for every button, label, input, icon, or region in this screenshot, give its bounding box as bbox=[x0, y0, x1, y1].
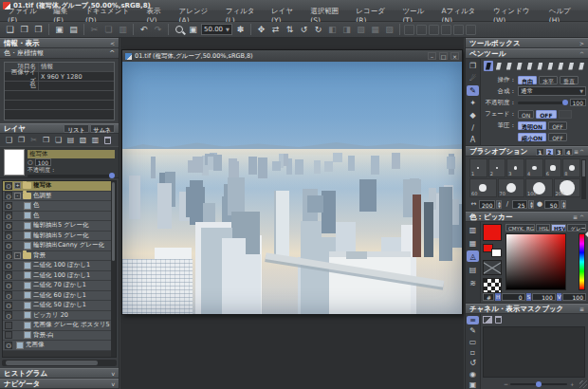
layer-row[interactable]: ○輪郭抽出5 グレー化 bbox=[3, 232, 116, 242]
v-field[interactable]: 100 bbox=[562, 293, 586, 301]
channel-undo-icon[interactable]: ↺ bbox=[467, 359, 479, 367]
visibility-on-icon[interactable]: ○ bbox=[5, 342, 12, 349]
duplicate-layer-icon[interactable]: ❐ bbox=[16, 135, 27, 145]
layer-list-mode-button[interactable]: リスト bbox=[64, 124, 88, 133]
collapse-up-icon[interactable]: ^ bbox=[579, 50, 584, 57]
toolbox-header[interactable]: ツールボックス > bbox=[466, 38, 588, 48]
current-color-swatch[interactable] bbox=[483, 224, 502, 241]
layer-row[interactable]: ○-色調整 bbox=[3, 192, 116, 202]
pen-opacity-slider[interactable] bbox=[518, 102, 568, 104]
layer-row[interactable]: ○二値化 60 ぼかし1 bbox=[3, 291, 116, 302]
layer-opacity-slider[interactable] bbox=[28, 175, 115, 177]
layer-row[interactable]: ○二値化 100 ぼかし1 bbox=[3, 261, 116, 271]
visibility-on-icon[interactable]: ○ bbox=[5, 291, 12, 299]
layers-panel-header[interactable]: レイヤ リスト サムネ bbox=[0, 123, 119, 134]
minimize-button[interactable]: – bbox=[428, 52, 436, 60]
brush-preset[interactable]: 100 bbox=[525, 178, 553, 197]
brush-tab-4[interactable]: 4 bbox=[564, 148, 573, 156]
new-layer-icon[interactable]: ❑ bbox=[4, 135, 14, 145]
color-picker-header[interactable]: 色：ピッカー ≡ ^ bbox=[466, 212, 588, 222]
brush-tab-2[interactable]: 2 bbox=[545, 148, 554, 156]
document-title-bar[interactable]: 01.tif (複写体,グループ,50.00%,sRGB,8) – □ × bbox=[122, 50, 462, 62]
menu-icon[interactable]: ≡ bbox=[579, 306, 584, 312]
visibility-on-icon[interactable]: ○ bbox=[5, 242, 12, 250]
hand-tool-icon[interactable]: ✽ bbox=[234, 24, 247, 36]
brush-size-stepper[interactable]: ▲▼ bbox=[496, 200, 502, 209]
collapse-down-icon[interactable]: v bbox=[111, 380, 115, 387]
info-panel-header[interactable]: 情報・表示 < bbox=[0, 38, 119, 48]
new-folder-icon[interactable]: ❒ bbox=[41, 135, 51, 145]
close-button[interactable]: × bbox=[450, 52, 459, 60]
mask-layer-icon[interactable]: ▧ bbox=[78, 135, 88, 145]
pen-variant-icon[interactable] bbox=[545, 61, 555, 71]
plus-icon[interactable]: ＋ bbox=[569, 381, 575, 386]
operation-button-水平[interactable]: 水平 bbox=[539, 76, 558, 84]
rotate-left-icon[interactable]: ↺ bbox=[298, 24, 310, 36]
folder-expand-icon[interactable]: + bbox=[14, 182, 21, 189]
folder-expand-icon[interactable]: - bbox=[14, 252, 21, 259]
saturation-value-square[interactable] bbox=[505, 233, 566, 290]
picker-tab-グレー[interactable]: グレー bbox=[567, 224, 586, 232]
print-icon[interactable]: ▣ bbox=[53, 24, 65, 36]
layer-row[interactable]: ○元画像 bbox=[3, 341, 116, 351]
select-tool-icon[interactable]: ❐ bbox=[467, 61, 479, 71]
picker-tab-HSL[interactable]: HSL bbox=[536, 224, 550, 232]
folder-up-icon[interactable]: ❏ bbox=[53, 135, 64, 145]
pressure-button-OFF[interactable]: OFF bbox=[548, 121, 567, 130]
active-layer-name[interactable]: 複写体 bbox=[28, 150, 115, 158]
visibility-on-icon[interactable]: ○ bbox=[5, 282, 12, 289]
blend-mode-dropdown[interactable]: 通常 ▼ bbox=[518, 86, 586, 96]
zoom-tool-icon[interactable] bbox=[173, 24, 185, 36]
visibility-on-icon[interactable]: ○ bbox=[5, 262, 12, 269]
pen-variant-icon[interactable] bbox=[525, 61, 535, 71]
delete-layer-icon[interactable] bbox=[102, 135, 113, 145]
minus-icon[interactable]: − bbox=[504, 381, 508, 386]
pen-variant-icon[interactable] bbox=[536, 61, 545, 71]
swatch-grid-icon[interactable]: ▦ bbox=[467, 237, 479, 249]
layer-row[interactable]: ○輪郭抽出5 グレー化 bbox=[3, 221, 116, 232]
channel-pen-icon[interactable]: ✎ bbox=[467, 326, 479, 335]
foreground-background-swatch[interactable] bbox=[483, 244, 502, 257]
channel-rect-icon[interactable]: ▭ bbox=[467, 338, 479, 346]
brush-roundness-stepper[interactable]: ▲▼ bbox=[560, 200, 566, 209]
navigator-header[interactable]: ナビゲータ v bbox=[0, 379, 119, 389]
collapse-down-icon[interactable]: v bbox=[111, 370, 115, 377]
line-tool-icon[interactable]: ∕ bbox=[467, 122, 479, 133]
expand-right-icon[interactable]: > bbox=[579, 40, 584, 46]
pressure-button-縮小ON[interactable]: 縮小ON bbox=[518, 133, 546, 141]
h-field[interactable]: 0 bbox=[502, 293, 525, 301]
fill-tool-icon[interactable]: ◆ bbox=[467, 110, 479, 120]
visibility-on-icon[interactable]: ○ bbox=[5, 302, 12, 309]
print-preview-icon[interactable]: ▤ bbox=[67, 24, 80, 36]
add-image-icon[interactable] bbox=[483, 316, 492, 324]
collapse-up-icon[interactable]: ^ bbox=[579, 213, 584, 220]
layer-row[interactable]: ○二値化 70 ぼかし1 bbox=[3, 281, 116, 291]
layer-row[interactable]: ○輪郭抽出Canny グレー化 bbox=[3, 241, 116, 251]
brush-preset[interactable]: 1 bbox=[469, 158, 487, 177]
document-window[interactable]: 01.tif (複写体,グループ,50.00%,sRGB,8) – □ × bbox=[121, 49, 463, 315]
brush-preset[interactable]: 6 bbox=[544, 158, 562, 177]
brush-grid-scrollbar[interactable] bbox=[581, 159, 586, 199]
layer-row[interactable]: 元画像 グレー化 ポスタリ5 bbox=[3, 321, 116, 331]
folder-expand-icon[interactable]: - bbox=[14, 193, 21, 199]
hue-bar[interactable] bbox=[579, 233, 585, 290]
channel-list-icon[interactable]: ≡ bbox=[467, 316, 479, 324]
channel-zoom-slider[interactable]: − ＋ bbox=[504, 381, 575, 386]
collapse-left-icon[interactable]: < bbox=[110, 40, 115, 46]
layer-row[interactable]: ○色 bbox=[3, 201, 116, 212]
channel-snapshot-icon[interactable]: ◉ bbox=[467, 369, 479, 378]
mixer-icon[interactable]: ≋ bbox=[467, 277, 479, 288]
flip-horizontal-icon[interactable]: ⇄ bbox=[269, 24, 282, 36]
copy-layer-icon[interactable]: ▥ bbox=[90, 135, 101, 145]
fade-button-OFF[interactable]: OFF bbox=[536, 110, 556, 119]
gradient-icon[interactable]: ▤ bbox=[467, 264, 479, 275]
operation-button-自由[interactable]: 自由 bbox=[518, 76, 537, 84]
undo-icon[interactable]: ↶ bbox=[138, 24, 150, 36]
maximize-button[interactable]: □ bbox=[439, 52, 448, 60]
visibility-off-icon[interactable] bbox=[5, 331, 12, 339]
brush-preset[interactable]: 2 bbox=[488, 158, 506, 177]
visibility-on-icon[interactable]: ○ bbox=[5, 271, 12, 279]
brush-preset[interactable]: 3 bbox=[506, 158, 524, 177]
menu-icon[interactable]: ≡ bbox=[574, 148, 579, 155]
pressure-button-OFF[interactable]: OFF bbox=[548, 133, 567, 141]
